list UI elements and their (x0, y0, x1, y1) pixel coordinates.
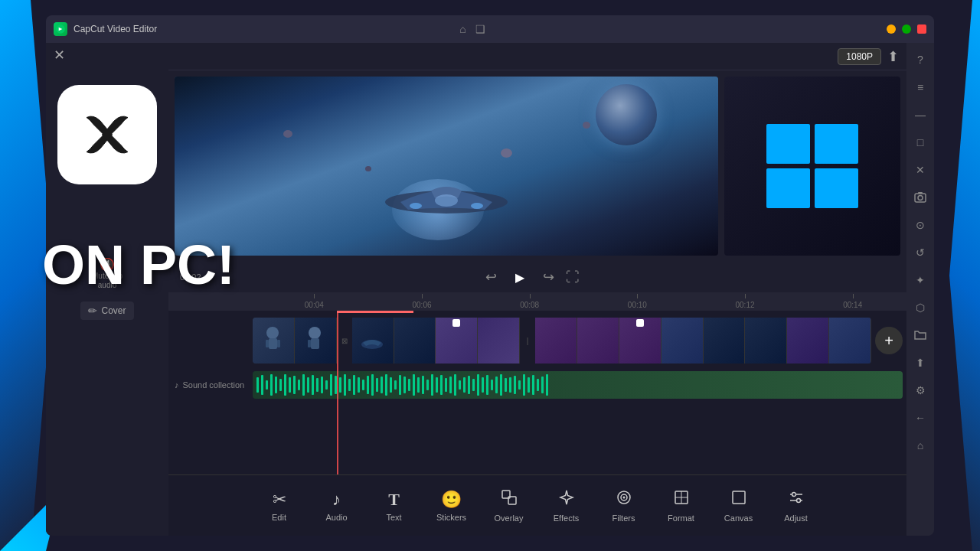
toolbar-item-overlay[interactable]: Overlay (482, 481, 536, 530)
overlay-icon (501, 489, 518, 510)
music-icon: ♪ (175, 380, 179, 390)
video-preview (175, 77, 718, 256)
svg-point-10 (309, 327, 321, 339)
toolbar-item-edit[interactable]: ✂ Edit (253, 481, 306, 530)
wave-6 (279, 379, 282, 391)
toolbar-item-filters[interactable]: Filters (597, 481, 651, 530)
sidebar-minimize-icon[interactable]: — (910, 104, 931, 126)
asteroid-2 (365, 166, 371, 171)
toolbar-item-text[interactable]: T Text (368, 481, 421, 530)
sidebar-menu-icon[interactable]: ≡ (910, 77, 931, 98)
svg-rect-29 (918, 192, 923, 194)
spaceship-element (370, 171, 523, 225)
edit-label: Edit (272, 513, 286, 522)
ruler-marks: 00:04 00:06 00:08 00:10 00:12 00:14 (260, 292, 906, 311)
canvas-icon (730, 489, 747, 510)
wave-36 (417, 377, 420, 393)
timeline-content: ⊠ | (168, 311, 906, 474)
sidebar-camera-icon[interactable] (910, 187, 931, 208)
film-frame-7 (535, 318, 577, 364)
format-label: Format (668, 514, 694, 523)
toolbar-item-effects[interactable]: Effects (540, 481, 593, 530)
cover-edit-icon: ✏ (88, 305, 97, 317)
wave-41 (440, 375, 443, 395)
sidebar-layers-icon[interactable]: ⬡ (910, 297, 931, 318)
sidebar-maximize-icon[interactable]: □ (910, 132, 931, 153)
toolbar-item-canvas[interactable]: Canvas (712, 481, 766, 530)
filmstrip[interactable]: ⊠ | (253, 318, 871, 364)
stickers-icon: 🙂 (441, 490, 462, 510)
play-button[interactable]: ▶ (508, 266, 531, 289)
wave-40 (436, 377, 438, 392)
svg-point-4 (410, 203, 422, 209)
film-frame-3 (352, 318, 394, 364)
cut-marker-1: ⊠ (337, 318, 352, 364)
close-window-button[interactable] (917, 24, 926, 34)
undo-button[interactable]: ↩ (485, 269, 497, 285)
app-logo (54, 22, 67, 36)
wave-27 (376, 378, 378, 392)
film-frame-5 (436, 318, 478, 364)
cover-control[interactable]: ✏ Cover (80, 302, 133, 320)
wave-17 (330, 374, 332, 395)
app-title: CapCut Video Editor (74, 24, 459, 34)
home-nav-btn[interactable]: ⌂ (459, 23, 466, 35)
wave-1 (256, 377, 259, 392)
svg-rect-11 (311, 338, 319, 349)
capcut-logo-area (54, 73, 161, 196)
wave-38 (426, 380, 429, 390)
sidebar-home-icon[interactable]: ⌂ (910, 435, 931, 456)
right-sidebar: ? ≡ — □ ✕ ⊙ ↺ ✦ ⬡ ⬆ ⚙ ← (906, 43, 934, 536)
timeline-area: 00:04 00:06 00:08 00:10 00:12 00:14 (168, 292, 906, 474)
toolbar-item-stickers[interactable]: 🙂 Stickers (425, 481, 479, 530)
sidebar-effects-icon[interactable]: ✦ (910, 269, 931, 291)
wave-19 (339, 377, 341, 392)
audio-waveform[interactable] (253, 371, 903, 399)
wave-45 (459, 380, 461, 390)
minimize-button[interactable] (887, 24, 896, 34)
playhead[interactable] (337, 311, 338, 474)
film-frame-13 (787, 318, 829, 364)
sidebar-folder-icon[interactable] (910, 324, 931, 346)
effects-label: Effects (554, 514, 579, 523)
sidebar-help-icon[interactable]: ? (910, 49, 931, 70)
toolbar-item-format[interactable]: Format (655, 481, 708, 530)
redo-button[interactable]: ↪ (543, 269, 554, 285)
add-clip-button[interactable]: + (875, 327, 903, 354)
canvas-label: Canvas (724, 514, 753, 523)
sidebar-close-icon[interactable]: ✕ (910, 159, 931, 181)
wave-59 (523, 374, 525, 396)
wave-57 (514, 376, 516, 394)
wave-37 (422, 376, 424, 394)
sidebar-rotate-icon[interactable]: ↺ (910, 242, 931, 263)
export-button[interactable]: ⬆ (887, 48, 899, 65)
wave-51 (486, 375, 488, 395)
wave-24 (362, 380, 364, 390)
toolbar-item-adjust[interactable]: Adjust (769, 481, 823, 530)
filters-label: Filters (612, 514, 635, 523)
toolbar-item-audio[interactable]: ♪ Audio (310, 481, 364, 530)
wave-11 (302, 374, 305, 396)
fullscreen-button[interactable]: ⛶ (566, 269, 580, 285)
film-frame-8 (577, 318, 619, 364)
close-button[interactable]: ✕ (54, 47, 65, 64)
text-label: Text (386, 513, 401, 522)
sidebar-settings-icon[interactable]: ⚙ (910, 380, 931, 401)
resolution-badge[interactable]: 1080P (838, 48, 881, 65)
waveform-visual (253, 371, 903, 399)
wave-42 (445, 378, 447, 392)
docs-nav-btn[interactable]: ❑ (475, 23, 485, 35)
sidebar-play-icon[interactable]: ⊙ (910, 214, 931, 236)
sidebar-back-icon[interactable]: ← (910, 407, 931, 429)
title-bar: CapCut Video Editor ⌂ ❑ (46, 15, 934, 43)
timeline-ruler: 00:04 00:06 00:08 00:10 00:12 00:14 (168, 292, 906, 311)
adjust-label: Adjust (784, 514, 808, 523)
wave-5 (275, 377, 277, 393)
asteroid-3 (501, 148, 512, 158)
text-icon: T (388, 490, 400, 510)
asteroid-4 (583, 122, 590, 129)
wave-31 (394, 380, 397, 390)
maximize-button[interactable] (902, 24, 911, 34)
wave-14 (316, 378, 318, 392)
sidebar-upload-icon[interactable]: ⬆ (910, 352, 931, 373)
